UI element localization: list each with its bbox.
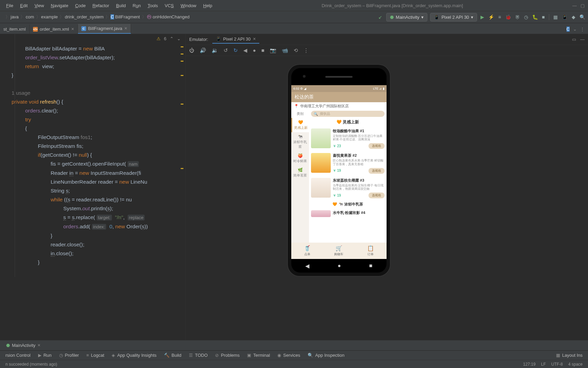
close-icon[interactable]: ✕ (253, 37, 256, 41)
tab-st-item-xml[interactable]: st_item.xml (0, 25, 30, 34)
product-item[interactable]: 牧场酸酪牛油果 #1 定制牧场奶源酸酪·百分百进口牛油果鲜果·不使用过滤、清爽浪… (309, 126, 387, 151)
product-item[interactable]: 喜悦黄果茶 #2 匠心甄选黄色系水果·当季芒果·鲜切酸丁百香果，真果无香精 ￥ … (309, 151, 387, 175)
crumb-example[interactable]: example (41, 14, 58, 19)
close-icon[interactable]: ✕ (71, 27, 74, 31)
menu-edit[interactable]: Edit (17, 2, 30, 10)
android-profiler-button[interactable]: 🐛 (532, 14, 538, 20)
coverage-button[interactable]: ⛨ (515, 14, 520, 20)
build-button[interactable]: 🔨Build (161, 352, 184, 359)
run-config-selector[interactable]: ⬣ MainActivity ▾ (386, 13, 427, 21)
line-separator[interactable]: LF (538, 362, 549, 367)
code-editor[interactable]: BillAdapter billAdapter = new BillA orde… (0, 34, 185, 277)
record-icon[interactable]: 📹 (282, 47, 288, 53)
nav-orders[interactable]: 📋订单 (355, 243, 387, 259)
debug-button[interactable]: 🐞 (505, 14, 511, 20)
close-icon[interactable]: ✕ (124, 26, 127, 31)
tab-order-item-xml[interactable]: </> order_item.xml ✕ (30, 25, 78, 34)
profiler-button[interactable]: ◷Profiler (56, 352, 82, 359)
product-list[interactable]: 灵感上新 牧场酸酪牛油果 #1 定制牧场奶源酸酪·百分百进口牛油果鲜果·不使用过… (309, 118, 387, 243)
menu-navigate[interactable]: Navigate (48, 2, 71, 10)
crumb-method[interactable]: onHiddenChanged (152, 14, 189, 19)
overview-icon[interactable]: ■ (261, 47, 264, 53)
avd-manager-icon[interactable]: ▦ (553, 14, 558, 20)
device-selector[interactable]: 📱 Pixel 2 API 30 ▾ (430, 13, 477, 21)
category-item[interactable]: 🧡灵感上新 (291, 118, 309, 132)
back-key[interactable]: ◀ (305, 263, 309, 269)
product-item[interactable]: 水牛乳·粉黛玫影 #4 (309, 208, 387, 219)
resource-manager-icon[interactable]: ◆ (572, 14, 575, 20)
power-icon[interactable]: ⏻ (189, 47, 194, 53)
menu-help[interactable]: Help (200, 2, 215, 10)
version-control-button[interactable]: rsion Control (3, 352, 33, 359)
category-item[interactable]: 🌿简单茗茶 (291, 166, 309, 180)
close-icon[interactable]: ✕ (37, 343, 40, 348)
sdk-manager-icon[interactable]: 📱 (562, 14, 568, 20)
run-button[interactable]: ▶ (480, 14, 484, 20)
services-button[interactable]: ◉Services (275, 352, 303, 359)
menu-code[interactable]: Code (72, 2, 88, 10)
emulator-tab[interactable]: 📱 Pixel 2 API 30 ✕ (212, 35, 259, 44)
search-icon[interactable]: 🔍 (579, 14, 585, 20)
menu-tools[interactable]: Tools (145, 2, 161, 10)
logcat-button[interactable]: ≡Logcat (84, 352, 107, 359)
screenshot-icon[interactable]: 📷 (270, 47, 276, 53)
todo-button[interactable]: ☰TODO (186, 352, 210, 359)
indent-setting[interactable]: 4 space (566, 362, 585, 367)
home-key[interactable]: ● (338, 263, 341, 269)
menu-view[interactable]: View (32, 2, 47, 10)
select-spec-button[interactable]: 选规格 (369, 143, 385, 149)
product-item[interactable]: 东坡荔枝生椰露 #3 当季荔枝荔枝果肉·定制生椰子·每日现制活来，饱腹满満清甜交… (309, 176, 387, 200)
run-button[interactable]: ▶Run (35, 352, 54, 359)
cursor-position[interactable]: 127:19 (520, 362, 538, 367)
menu-refactor[interactable]: Refactor (90, 2, 112, 10)
menu-vcs[interactable]: VCS (162, 2, 177, 10)
prev-highlight-icon[interactable]: ⌃ (170, 36, 174, 41)
rotate-right-icon[interactable]: ↻ (233, 47, 238, 53)
category-item[interactable]: 🐄浓郁牛乳茶 (291, 132, 309, 151)
layout-inspector-button[interactable]: ▦Layout Ins (553, 352, 585, 359)
menu-file[interactable]: File (3, 2, 16, 10)
more-icon[interactable]: ⋮ (580, 27, 585, 32)
problems-button[interactable]: ⊘Problems (212, 352, 242, 359)
category-item[interactable]: 🍑时令鲜果 (291, 151, 309, 166)
device-screen[interactable]: 6:02 ⚙ ◢ LTE ⊿ ▮ 松达的茶 📍 华南理工大学广州国际校区店 类别… (291, 85, 387, 259)
select-spec-button[interactable]: 选规格 (369, 168, 385, 174)
apply-changes-button[interactable]: ⚡ (488, 14, 494, 20)
stop-button[interactable]: ■ (542, 14, 545, 20)
attach-debugger-button[interactable]: ≡ (498, 14, 501, 20)
app-quality-button[interactable]: ◈App Quality Insights (109, 352, 159, 359)
next-highlight-icon[interactable]: ⌄ (177, 36, 181, 41)
menu-build[interactable]: Build (113, 2, 129, 10)
chevron-down-icon[interactable]: ⌄ (573, 27, 577, 32)
menu-run[interactable]: Run (130, 2, 144, 10)
minimize-button[interactable]: — (570, 2, 576, 10)
more-icon[interactable]: ⋮ (304, 47, 309, 53)
tab-bill-fragment-java[interactable]: C BillFragment.java ✕ (78, 24, 131, 34)
crumb-class[interactable]: BillFragment (115, 14, 140, 19)
location-bar[interactable]: 📍 华南理工大学广州国际校区店 (291, 102, 387, 110)
nav-cart[interactable]: 🛒购物车 (323, 243, 355, 259)
home-icon[interactable]: ● (253, 47, 256, 53)
crumb-com[interactable]: com (26, 14, 34, 19)
sync-icon[interactable]: ↙ (378, 15, 382, 20)
search-input[interactable]: 🔍 搜饮品 (311, 111, 385, 117)
hide-icon[interactable]: — (580, 37, 585, 42)
volume-up-icon[interactable]: 🔊 (200, 47, 206, 53)
window-mode-icon[interactable]: ▭ (572, 37, 576, 42)
maximize-button[interactable]: ▢ (578, 2, 585, 10)
run-tab-mainactivity[interactable]: ⬣ MainActivity ✕ (3, 341, 44, 349)
breadcrumbs[interactable]: 〉java 〉com 〉example 〉drink_order_system … (3, 13, 192, 21)
rotate-left-icon[interactable]: ↺ (224, 47, 228, 53)
file-encoding[interactable]: UTF-8 (549, 362, 566, 367)
nav-order[interactable]: 🥤点单 (291, 243, 323, 259)
volume-down-icon[interactable]: 🔉 (212, 47, 218, 53)
profile-button[interactable]: ◷ (524, 14, 528, 20)
crumb-package[interactable]: drink_order_system (65, 14, 103, 19)
crumb-java[interactable]: java (11, 14, 19, 19)
app-inspection-button[interactable]: 🔍App Inspection (305, 352, 347, 359)
recents-key[interactable]: ■ (369, 263, 373, 269)
snapshots-icon[interactable]: ⟲ (294, 47, 298, 53)
menu-window[interactable]: Window (178, 2, 199, 10)
select-spec-button[interactable]: 选规格 (369, 193, 385, 198)
back-icon[interactable]: ◀ (243, 47, 247, 53)
